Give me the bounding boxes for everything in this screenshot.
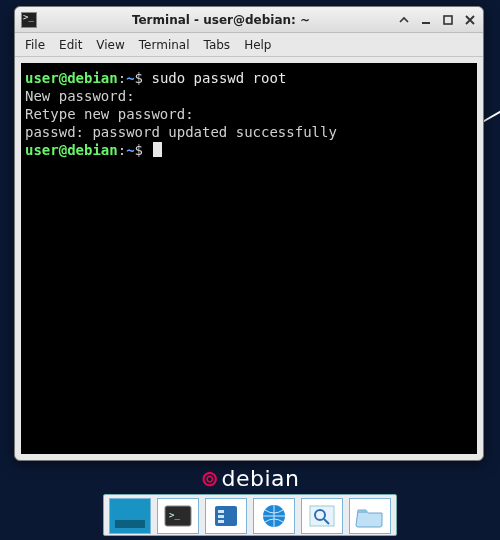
taskbar-folder[interactable] xyxy=(349,498,391,534)
terminal-output: Retype new password: xyxy=(25,105,473,123)
debian-swirl-icon: ⊚ xyxy=(201,466,220,491)
taskbar-search[interactable] xyxy=(301,498,343,534)
minimize-button[interactable] xyxy=(419,13,433,27)
menu-help[interactable]: Help xyxy=(244,38,271,52)
menu-view[interactable]: View xyxy=(96,38,124,52)
taskbar: >_ xyxy=(103,494,397,536)
terminal-line: user@debian:~$ xyxy=(25,141,473,159)
shade-button[interactable] xyxy=(397,13,411,27)
menubar: File Edit View Terminal Tabs Help xyxy=(15,33,483,57)
terminal-viewport[interactable]: user@debian:~$ sudo passwd root New pass… xyxy=(21,63,477,454)
titlebar[interactable]: Terminal - user@debian: ~ xyxy=(15,7,483,33)
prompt-host: debian xyxy=(67,70,118,86)
svg-rect-1 xyxy=(444,16,452,24)
svg-rect-3 xyxy=(115,520,145,528)
taskbar-terminal[interactable]: >_ xyxy=(157,498,199,534)
svg-rect-8 xyxy=(218,515,224,518)
taskbar-web-browser[interactable] xyxy=(253,498,295,534)
svg-rect-0 xyxy=(422,22,430,24)
prompt-user: user xyxy=(25,70,59,86)
prompt-path: ~ xyxy=(126,70,134,86)
terminal-line: user@debian:~$ sudo passwd root xyxy=(25,69,473,87)
maximize-button[interactable] xyxy=(441,13,455,27)
debian-wordmark: debian xyxy=(221,466,299,491)
debian-logo: ⊚debian xyxy=(201,466,300,491)
window-controls xyxy=(397,13,477,27)
terminal-output: passwd: password updated successfully xyxy=(25,123,473,141)
taskbar-show-desktop[interactable] xyxy=(109,498,151,534)
menu-terminal[interactable]: Terminal xyxy=(139,38,190,52)
cursor-block xyxy=(153,142,162,157)
command-text: sudo passwd root xyxy=(151,70,286,86)
svg-rect-9 xyxy=(218,520,224,523)
menu-file[interactable]: File xyxy=(25,38,45,52)
terminal-window: Terminal - user@debian: ~ File Edit View… xyxy=(14,6,484,461)
menu-tabs[interactable]: Tabs xyxy=(204,38,231,52)
svg-rect-7 xyxy=(218,510,224,513)
terminal-output: New password: xyxy=(25,87,473,105)
menu-edit[interactable]: Edit xyxy=(59,38,82,52)
close-button[interactable] xyxy=(463,13,477,27)
taskbar-file-manager[interactable] xyxy=(205,498,247,534)
svg-text:>_: >_ xyxy=(169,510,180,520)
terminal-icon xyxy=(21,12,37,28)
svg-rect-11 xyxy=(310,506,334,526)
window-title: Terminal - user@debian: ~ xyxy=(45,13,397,27)
